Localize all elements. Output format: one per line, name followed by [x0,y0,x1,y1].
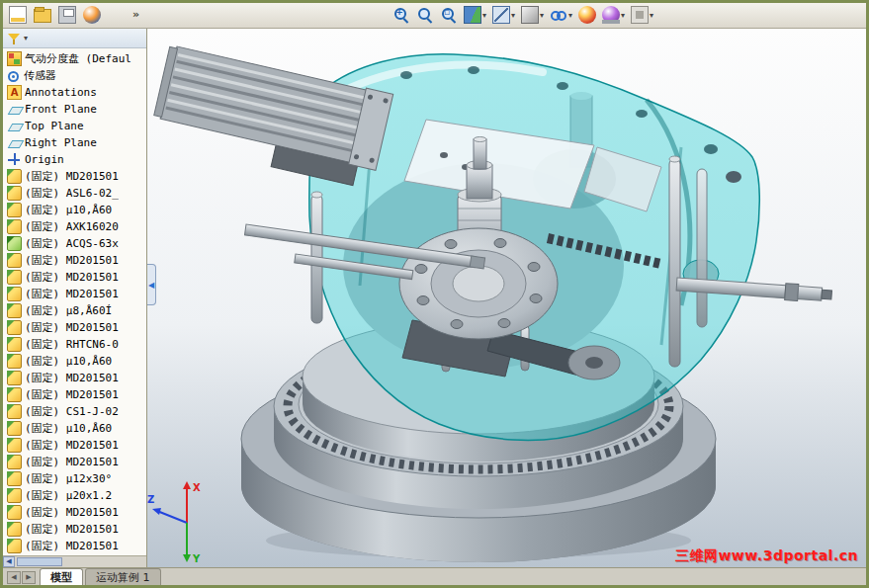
zoom-in-button[interactable]: + [391,5,412,25]
part-icon [7,522,22,537]
hide-show-items-icon [550,6,567,24]
triad-x-label: X [193,482,201,493]
zoom-area-button[interactable]: ▫ [438,5,460,25]
view-settings-button[interactable]: ▾ [629,5,655,25]
tree-item[interactable]: (固定) MD201501 [5,521,146,538]
tree-item-label: Top Plane [25,118,84,134]
print-button[interactable] [56,5,78,25]
zoom-area-icon: ▫ [440,6,458,24]
pneumatic-actuator[interactable] [148,42,392,189]
tree-item[interactable]: (固定) MD201501 [5,252,146,269]
tree-item-label: Annotations [25,84,97,101]
tree-item-label: (固定) μ10,Å60 [25,353,112,370]
plane-icon [8,124,25,131]
hide-show-items-button[interactable]: ▾ [548,5,574,25]
tree-item[interactable]: (固定) μ12x30° [5,470,146,487]
part-icon [7,438,22,453]
tree-item[interactable]: (固定) RHTCN6-0 [5,336,146,353]
tree-item[interactable]: (固定) μ10,Å60 [5,420,146,437]
tree-item[interactable]: (固定) MD201501 [5,454,146,470]
tree-item[interactable]: (固定) MD201501 [5,319,146,336]
origin-icon [7,152,22,167]
filter-funnel-icon[interactable] [7,32,21,45]
dropdown-arrow-icon[interactable]: ▾ [540,11,544,20]
plane-icon [8,107,25,115]
tree-item[interactable]: (固定) μ8,Å60Í [5,302,146,319]
tree-item[interactable]: (固定) MD201501 [5,370,146,386]
tree-item[interactable]: (固定) MD201501 [5,504,146,521]
tree-item[interactable]: Front Plane [5,101,146,118]
toolbar-overflow-chevron[interactable]: » [130,8,142,21]
tab-nav-buttons: ◀ ▶ [3,571,40,585]
dropdown-arrow-icon[interactable]: ▾ [621,11,625,20]
part-icon [7,287,22,301]
tree-item[interactable]: (固定) AXK16020 [5,218,146,235]
dropdown-arrow-icon[interactable]: ▾ [650,11,653,20]
zoom-fit-button[interactable] [414,5,436,25]
part-icon [7,203,22,217]
tree-item-label: (固定) MD201501 [25,252,119,269]
top-toolbar: » +▫▾▾▾▾▾▾ [3,3,866,29]
graphics-viewport[interactable]: X Z Y 三维网www.3dportal.cn [147,29,866,567]
sheet-button[interactable] [7,5,29,25]
part-icon [7,354,22,369]
dropdown-arrow-icon[interactable]: ▾ [482,11,486,20]
tree-item-label: Origin [25,151,64,168]
view-orientation-icon [492,6,510,24]
part-icon [7,337,22,352]
tree-item[interactable]: (固定) μ20x1.2 [5,487,146,504]
dropdown-arrow-icon[interactable]: ▾ [511,11,515,20]
tree-item[interactable]: (固定) MD201501 [5,386,146,403]
tab-motion-study[interactable]: 运动算例 1 [85,568,161,585]
part-icon [7,270,22,285]
tree-item[interactable]: (固定) MD201501 [5,168,146,185]
tree-item[interactable]: (固定) MD201501 [5,538,146,554]
hscroll-thumb[interactable] [17,557,62,566]
apply-scene-icon [602,6,620,24]
tree-item[interactable]: Origin [5,151,146,168]
open-folder-button[interactable] [32,6,53,24]
apply-scene-button[interactable]: ▾ [600,5,627,25]
section-view-button[interactable]: ▾ [462,5,488,25]
part-icon [7,539,22,553]
display-style-button[interactable]: ▾ [519,5,546,25]
tree-item[interactable]: Annotations [5,84,146,101]
tree-item[interactable]: (固定) CS1-J-02 [5,403,146,420]
edrawings-button[interactable] [81,5,103,25]
hscroll-left-arrow-icon[interactable]: ◀ [3,556,15,567]
watermark: 三维网www.3dportal.cn [675,547,858,565]
tree-item[interactable]: Right Plane [5,134,146,151]
part-icon [7,253,22,268]
tree-item[interactable]: (固定) ACQS-63x [5,235,146,252]
edit-appearance-icon [578,6,596,24]
solidworks-window: » +▫▾▾▾▾▾▾ ▾ 气动分度盘 (Defaul传感器Annotations… [0,0,869,588]
tree-item[interactable]: (固定) MD201501 [5,269,146,286]
part-icon [7,303,22,318]
tree-item-label: (固定) μ10,Å60 [25,202,112,218]
dropdown-arrow-icon[interactable]: ▾ [568,11,572,20]
view-settings-icon [631,6,649,24]
panel-collapse-arrow[interactable]: ◀ [147,264,156,305]
part-icon [7,505,22,520]
edit-appearance-button[interactable] [576,5,598,25]
filter-dropdown-arrow-icon[interactable]: ▾ [24,34,28,42]
tree-item[interactable]: (固定) μ10,Å60 [5,202,146,218]
tree-item[interactable]: (固定) ASL6-02_ [5,185,146,202]
tab-scroll-left-icon[interactable]: ◀ [7,571,21,584]
tab-scroll-right-icon[interactable]: ▶ [22,571,36,584]
view-orientation-button[interactable]: ▾ [490,5,517,25]
part-icon [7,371,22,385]
tree-item[interactable]: 传感器 [5,67,146,84]
tree-item[interactable]: (固定) MD201501 [5,437,146,454]
tree-item-root[interactable]: 气动分度盘 (Defaul [5,50,146,67]
part-icon [7,186,22,201]
tree-item[interactable]: (固定) μ10,Å60 [5,353,146,370]
tree-item[interactable]: Top Plane [5,118,146,134]
tab-model[interactable]: 模型 [40,568,83,585]
part-icon [7,219,22,234]
tree-item[interactable]: (固定) MD201501 [5,286,146,302]
tree-hscrollbar[interactable]: ◀ [3,555,146,567]
tree-item-label: (固定) ACQS-63x [25,235,119,252]
tree-item-label: (固定) μ12x30° [25,470,112,487]
cad-model[interactable]: X Z Y [147,29,862,567]
